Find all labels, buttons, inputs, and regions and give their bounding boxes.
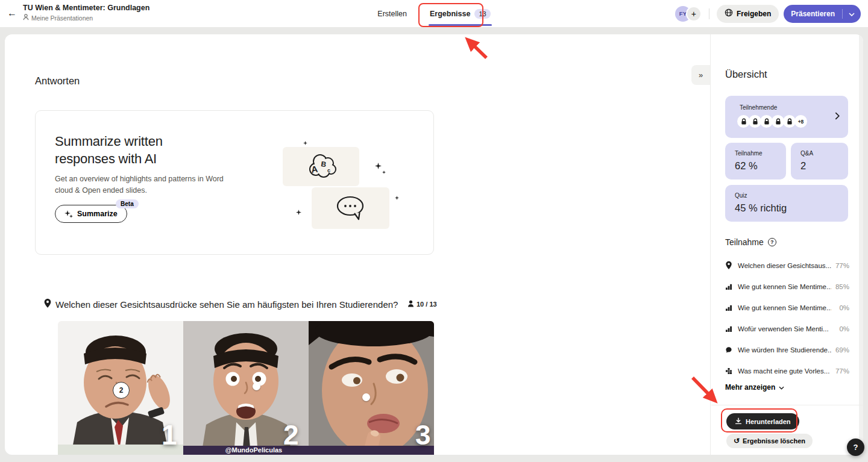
overview-title: Übersicht	[725, 69, 767, 80]
participation-item-label: Wie gut kennen Sie Mentime...	[738, 304, 831, 311]
divider	[710, 34, 711, 455]
ai-card-title-line1: Summarize written	[55, 133, 163, 150]
globe-icon	[725, 8, 733, 19]
participation-item[interactable]: Wie würden Ihre Studierende...69%	[725, 339, 849, 360]
sparkle-icon	[395, 196, 399, 200]
participation-item[interactable]: Wie gut kennen Sie Mentime...85%	[725, 276, 849, 297]
stat-label: Teilnahme	[735, 150, 763, 157]
person-icon	[407, 300, 414, 308]
sparkle-icon	[375, 163, 382, 169]
add-collaborator-button[interactable]: +	[686, 6, 702, 22]
participation-list: Welchen dieser Gesichtsaus...77%Wie gut …	[725, 255, 849, 381]
stat-value: 62 %	[735, 160, 758, 172]
ai-card-title-line2: responses with AI	[55, 150, 163, 167]
ai-card-description: Get an overview of highlights and patter…	[55, 173, 224, 196]
stat-label: Quiz	[735, 192, 747, 199]
collapse-sidebar-button[interactable]: »	[691, 65, 710, 85]
participation-item-value: 0%	[831, 325, 849, 332]
participation-item[interactable]: Wie gut kennen Sie Mentime...0%	[725, 297, 849, 318]
help-button[interactable]: ?	[847, 439, 864, 456]
speech-bubble-icon	[725, 346, 733, 354]
help-info-icon[interactable]: ?	[768, 238, 776, 246]
speech-bubble-illustration-card	[312, 187, 389, 229]
bar-chart-icon	[725, 283, 733, 290]
stat-card-teilnahme: Teilnahme 62 %	[725, 143, 786, 179]
answer-marker-circle: 2	[113, 382, 130, 399]
speech-bubble-icon	[332, 193, 370, 223]
participation-item-value: 77%	[831, 262, 849, 269]
bar-chart-icon	[725, 325, 733, 332]
share-label: Freigeben	[737, 10, 771, 18]
participation-item-label: Wofür verwenden Sie Menti...	[738, 325, 831, 332]
answer-marker-dot	[253, 382, 260, 390]
question-image: @MundoPeliculas 1 2 3 2	[58, 321, 434, 455]
sparkles-icon	[64, 210, 73, 218]
tab-label: Ergebnisse	[430, 10, 470, 18]
ai-summarize-card: Summarize written responses with AI Get …	[35, 110, 434, 255]
share-button[interactable]: Freigeben	[717, 5, 779, 23]
download-label: Herunterladen	[746, 418, 791, 425]
clear-results-button[interactable]: ↺ Ergebnisse löschen	[726, 434, 813, 448]
participation-item[interactable]: Wofür verwenden Sie Menti...0%	[725, 318, 849, 339]
participation-item-value: 0%	[831, 304, 849, 311]
present-button-group: Präsentieren	[784, 5, 861, 23]
answer-marker-dot	[362, 393, 370, 401]
tab-erstellen[interactable]: Erstellen	[368, 0, 417, 27]
download-icon	[735, 417, 742, 426]
lock-icon	[760, 115, 773, 128]
stat-value: 45 % richtig	[735, 202, 787, 214]
chevron-right-icon	[835, 111, 840, 122]
panel-number-1: 1	[162, 419, 177, 451]
results-count-badge: 13	[474, 9, 490, 19]
show-more-button[interactable]: Mehr anzeigen	[725, 383, 784, 392]
content-panel: Antworten Summarize written responses wi…	[5, 34, 863, 455]
scrollbar-track[interactable]	[859, 34, 863, 455]
extra-participants-count: +8	[794, 115, 807, 128]
stat-card-quiz: Quiz 45 % richtig	[725, 185, 848, 222]
sparkle-icon	[303, 141, 307, 145]
abc-cloud-icon: A B c	[304, 153, 339, 181]
pin-icon	[43, 298, 52, 311]
participation-item[interactable]: Was macht eine gute Vorles...77%	[725, 360, 849, 381]
lock-icon	[737, 115, 750, 128]
download-button[interactable]: Herunterladen	[726, 413, 799, 429]
participation-item-label: Wie gut kennen Sie Mentime...	[738, 283, 831, 290]
participation-section-title: Teilnahme ?	[725, 237, 776, 247]
answers-section-title: Antworten	[35, 75, 80, 87]
panel-number-2: 2	[283, 419, 299, 451]
tab-label: Erstellen	[377, 10, 407, 18]
participation-item-value: 69%	[831, 346, 849, 354]
participation-item[interactable]: Welchen dieser Gesichtsaus...77%	[725, 255, 849, 276]
top-header: ← TU Wien & Mentimeter: Grundlagen Meine…	[0, 0, 868, 27]
present-dropdown-button[interactable]	[843, 9, 861, 18]
sparkle-icon	[382, 170, 386, 174]
stat-label: Q&A	[800, 150, 813, 157]
svg-text:c: c	[327, 167, 330, 173]
participants-avatars: +8	[737, 115, 806, 128]
ai-card-title: Summarize written responses with AI	[55, 133, 163, 167]
clear-results-label: Ergebnisse löschen	[743, 437, 805, 445]
beta-badge: Beta	[116, 199, 139, 208]
active-tab-underline	[429, 24, 492, 26]
bar-chart-icon	[725, 304, 733, 311]
lock-icon	[749, 115, 761, 128]
mentimeter-results-page: ← TU Wien & Mentimeter: Grundlagen Meine…	[0, 0, 868, 462]
header-actions: FY + Freigeben Präsentieren	[675, 0, 861, 27]
divider	[711, 405, 863, 405]
present-button[interactable]: Präsentieren	[784, 10, 842, 18]
participants-card[interactable]: Teilnehmende +8	[725, 96, 848, 138]
panel-number-3: 3	[415, 419, 431, 451]
divider	[709, 8, 709, 19]
summarize-button[interactable]: Summarize Beta	[55, 205, 127, 223]
response-count: 10 / 13	[407, 300, 437, 308]
reset-icon: ↺	[734, 437, 740, 445]
participation-item-value: 77%	[831, 367, 849, 375]
pin-icon	[725, 261, 733, 270]
sparkle-icon	[296, 210, 301, 215]
word-cloud-icon	[725, 367, 733, 375]
stat-value: 2	[800, 160, 806, 172]
participation-item-value: 85%	[831, 283, 849, 290]
participation-title-label: Teilnahme	[725, 237, 764, 247]
chevron-down-icon	[779, 383, 784, 392]
tab-ergebnisse[interactable]: Ergebnisse 13	[420, 0, 500, 27]
